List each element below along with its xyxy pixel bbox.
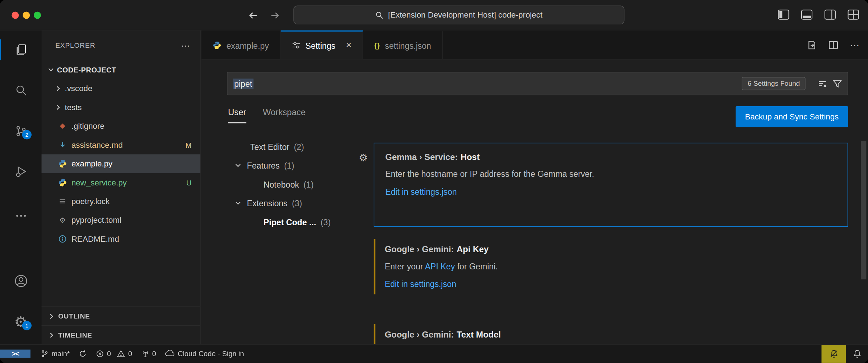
modified-setting-indicator: [374, 239, 375, 294]
chevron-right-icon: [47, 330, 56, 339]
search-view-icon[interactable]: [0, 79, 42, 102]
toc-features[interactable]: Features (1): [201, 156, 362, 175]
explorer-view-icon[interactable]: [0, 39, 42, 61]
additional-views-icon[interactable]: [0, 205, 42, 227]
close-tab-icon[interactable]: ×: [346, 40, 351, 51]
scope-tab-workspace[interactable]: Workspace: [263, 107, 305, 123]
backup-sync-settings-button[interactable]: Backup and Sync Settings: [736, 106, 848, 127]
remote-indicator[interactable]: ><: [0, 350, 31, 358]
python-file-icon: [58, 159, 67, 168]
zoom-window-button[interactable]: [34, 11, 41, 19]
problems-item[interactable]: 0 0: [96, 350, 132, 358]
edit-in-settings-json-link[interactable]: Edit in settings.json: [385, 279, 837, 289]
tab-settings-json[interactable]: {} settings.json: [363, 30, 443, 59]
ports-item[interactable]: 0: [141, 350, 156, 358]
run-debug-view-icon[interactable]: [0, 160, 42, 183]
tree-item-poetry-lock[interactable]: poetry.lock: [42, 192, 201, 211]
navigate-forward-icon[interactable]: [270, 10, 281, 21]
toc-notebook[interactable]: Notebook (1): [201, 175, 362, 193]
settings-found-badge: 6 Settings Found: [742, 77, 806, 90]
accounts-icon[interactable]: [0, 270, 42, 292]
tree-item-example-py[interactable]: example.py: [42, 154, 201, 173]
tree-item-tests[interactable]: tests: [42, 98, 201, 117]
chevron-down-icon: [234, 161, 243, 170]
chevron-down-icon: [47, 65, 56, 74]
tree-item-readme-md[interactable]: README.md: [42, 230, 201, 248]
toc-extensions[interactable]: Extensions (3): [201, 194, 362, 212]
setting-gemma-service-host[interactable]: Gemma › Service:Host Enter the hostname …: [374, 143, 848, 227]
git-branch-item[interactable]: main*: [41, 350, 70, 358]
setting-google-gemini-api-key[interactable]: Google › Gemini:Api Key Enter your API K…: [374, 236, 848, 298]
toggle-panel-icon[interactable]: [801, 9, 812, 20]
tree-root-code-project[interactable]: CODE-PROJECT: [42, 60, 201, 79]
chevron-down-icon: [234, 199, 243, 208]
tree-item-vscode[interactable]: .vscode: [42, 79, 201, 98]
status-bar: >< main* 0 0: [0, 344, 868, 363]
timeline-section-header[interactable]: TIMELINE: [42, 325, 201, 344]
navigate-back-icon[interactable]: [247, 10, 258, 21]
error-icon: [96, 350, 104, 358]
toggle-secondary-sidebar-icon[interactable]: [824, 9, 836, 20]
chevron-right-icon: [54, 84, 63, 93]
close-window-button[interactable]: [11, 11, 19, 19]
filter-icon[interactable]: [832, 79, 842, 88]
split-editor-icon[interactable]: [828, 40, 839, 50]
chevron-right-icon: [54, 103, 63, 112]
setting-google-gemini-text-model[interactable]: Google › Gemini:Text Model: [374, 321, 848, 344]
source-control-view-icon[interactable]: [0, 120, 42, 142]
editor-more-actions-icon[interactable]: ⋯: [850, 39, 860, 51]
toggle-primary-sidebar-icon[interactable]: [778, 9, 789, 20]
explorer-title: EXPLORER: [55, 42, 95, 50]
vscode-window: [Extension Development Host] code-projec…: [0, 0, 868, 363]
customize-layout-icon[interactable]: [848, 9, 859, 20]
scope-tab-user[interactable]: User: [228, 107, 246, 123]
git-status-badge: M: [186, 141, 192, 149]
file-tree: CODE-PROJECT .vscode tests .gitignore as…: [42, 60, 201, 248]
git-branch-icon: [41, 350, 49, 358]
toc-pipet-code[interactable]: Pipet Code ... (3): [201, 212, 362, 231]
git-file-icon: [58, 122, 67, 131]
tab-settings[interactable]: Settings ×: [280, 30, 363, 59]
git-status-badge: U: [186, 178, 191, 187]
info-file-icon: [58, 235, 67, 244]
tab-example-py[interactable]: example.py: [201, 30, 280, 59]
search-icon: [375, 11, 384, 19]
tree-item-assistance-md[interactable]: assistance.md M: [42, 136, 201, 154]
settings-sliders-icon: [291, 41, 300, 50]
manage-badge: 1: [22, 321, 32, 330]
api-key-link[interactable]: API Key: [425, 261, 455, 271]
settings-editor: pipet 6 Settings Found User Workspace Ba…: [201, 60, 868, 344]
minimize-window-button[interactable]: [23, 11, 30, 19]
title-bar: [Extension Development Host] code-projec…: [0, 0, 868, 30]
open-settings-json-icon[interactable]: [807, 40, 817, 50]
toc-text-editor[interactable]: Text Editor (2): [201, 137, 362, 156]
editor-tabs: example.py Settings × {} settings.json ⋯: [201, 30, 868, 60]
bell-slash-icon: [829, 349, 838, 358]
settings-search-input[interactable]: pipet 6 Settings Found: [227, 72, 848, 95]
explorer-more-actions-icon[interactable]: ⋯: [181, 40, 190, 51]
tree-item-pyproject-toml[interactable]: ⚙ pyproject.toml: [42, 211, 201, 230]
explorer-sidebar: EXPLORER ⋯ CODE-PROJECT .vscode tests .g…: [42, 30, 201, 344]
lock-file-icon: [58, 197, 67, 206]
do-not-disturb-indicator[interactable]: [821, 345, 846, 363]
activity-bar: 2 ⚙ 1: [0, 30, 42, 344]
markdown-file-icon: [58, 141, 67, 150]
editor-scrollbar[interactable]: [861, 141, 866, 279]
outline-section-header[interactable]: OUTLINE: [42, 306, 201, 325]
manage-gear-icon[interactable]: ⚙: [0, 311, 42, 333]
command-center[interactable]: [Extension Development Host] code-projec…: [293, 5, 624, 24]
editor-group: example.py Settings × {} settings.json ⋯: [201, 30, 868, 344]
radio-tower-icon: [141, 350, 149, 358]
cloud-code-item[interactable]: Cloud Code - Sign in: [165, 350, 244, 358]
window-title: [Extension Development Host] code-projec…: [388, 10, 542, 19]
setting-gear-icon[interactable]: ⚙: [359, 152, 368, 164]
sync-changes-item[interactable]: [79, 350, 87, 358]
chevron-right-icon: [47, 312, 56, 321]
edit-in-settings-json-link[interactable]: Edit in settings.json: [385, 187, 836, 196]
notifications-bell[interactable]: [846, 345, 868, 363]
tree-item-gitignore[interactable]: .gitignore: [42, 117, 201, 135]
toml-gear-icon: ⚙: [58, 216, 67, 225]
modified-setting-indicator: [374, 324, 375, 344]
clear-filters-icon[interactable]: [818, 79, 827, 88]
tree-item-new-service-py[interactable]: new_service.py U: [42, 173, 201, 192]
